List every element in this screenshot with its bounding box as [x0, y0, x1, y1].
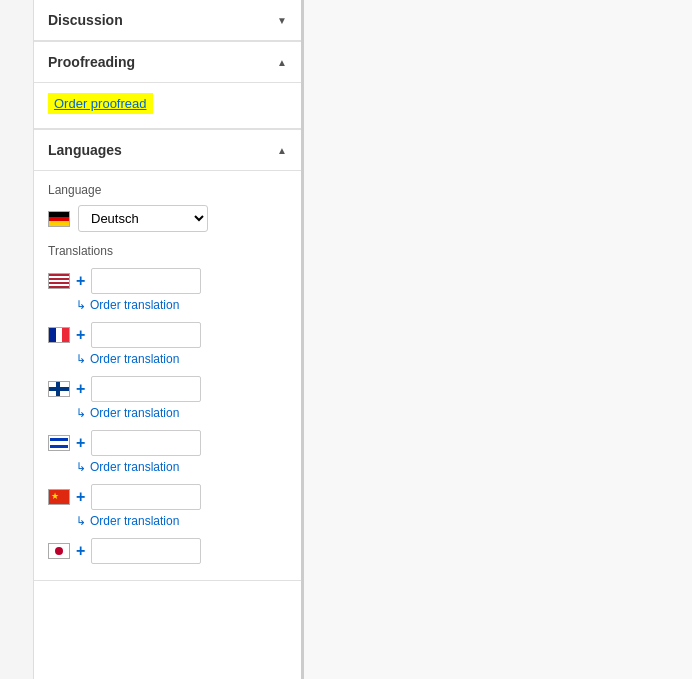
cn-translation-input[interactable]	[91, 484, 201, 510]
order-translation-row-us: ↳ Order translation	[76, 298, 287, 312]
flag-us-icon	[48, 273, 70, 289]
subdirectory-arrow-icon-fr: ↳	[76, 352, 86, 366]
order-proofread-link[interactable]: Order proofread	[48, 93, 153, 114]
translation-item-jp: +	[48, 538, 287, 564]
flag-jp-icon	[48, 543, 70, 559]
proofreading-header[interactable]: Proofreading ▲	[34, 42, 301, 83]
translation-row-jp: +	[48, 538, 287, 564]
discussion-section: Discussion ▼	[34, 0, 301, 42]
languages-title: Languages	[48, 142, 122, 158]
add-il-translation-button[interactable]: +	[76, 435, 85, 451]
order-translation-link-fr[interactable]: Order translation	[90, 352, 179, 366]
order-translation-link-cn[interactable]: Order translation	[90, 514, 179, 528]
language-select[interactable]: Deutsch English Français	[78, 205, 208, 232]
jp-translation-input[interactable]	[91, 538, 201, 564]
proofreading-content: Order proofread	[34, 83, 301, 129]
flag-fi-icon	[48, 381, 70, 397]
translation-item-fi: + ↳ Order translation	[48, 376, 287, 420]
translations-label: Translations	[48, 244, 287, 258]
languages-arrow-icon: ▲	[277, 145, 287, 156]
languages-header[interactable]: Languages ▲	[34, 130, 301, 171]
il-translation-input[interactable]	[91, 430, 201, 456]
fr-translation-input[interactable]	[91, 322, 201, 348]
fi-translation-input[interactable]	[91, 376, 201, 402]
order-translation-link-fi[interactable]: Order translation	[90, 406, 179, 420]
translation-item-il: + ↳ Order translation	[48, 430, 287, 474]
add-jp-translation-button[interactable]: +	[76, 543, 85, 559]
proofreading-section: Proofreading ▲ Order proofread	[34, 42, 301, 130]
order-translation-row-cn: ↳ Order translation	[76, 514, 287, 528]
flag-il-icon	[48, 435, 70, 451]
order-translation-row-fi: ↳ Order translation	[76, 406, 287, 420]
flag-de-icon	[48, 211, 70, 227]
add-us-translation-button[interactable]: +	[76, 273, 85, 289]
languages-content: Language Deutsch English Français Transl…	[34, 171, 301, 580]
language-label: Language	[48, 183, 287, 197]
subdirectory-arrow-icon-fi: ↳	[76, 406, 86, 420]
discussion-header[interactable]: Discussion ▼	[34, 0, 301, 41]
subdirectory-arrow-icon-il: ↳	[76, 460, 86, 474]
discussion-title: Discussion	[48, 12, 123, 28]
order-translation-row-il: ↳ Order translation	[76, 460, 287, 474]
sidebar: Discussion ▼ Proofreading ▲ Order proofr…	[34, 0, 304, 679]
translation-row-fr: +	[48, 322, 287, 348]
right-area	[304, 0, 692, 679]
translation-item-us: + ↳ Order translation	[48, 268, 287, 312]
translation-row-cn: ★ +	[48, 484, 287, 510]
translation-row-il: +	[48, 430, 287, 456]
order-translation-link-il[interactable]: Order translation	[90, 460, 179, 474]
discussion-arrow-icon: ▼	[277, 15, 287, 26]
add-fr-translation-button[interactable]: +	[76, 327, 85, 343]
order-translation-link-us[interactable]: Order translation	[90, 298, 179, 312]
left-gutter	[0, 0, 34, 679]
proofreading-title: Proofreading	[48, 54, 135, 70]
languages-section: Languages ▲ Language Deutsch English Fra…	[34, 130, 301, 581]
subdirectory-arrow-icon-us: ↳	[76, 298, 86, 312]
proofreading-arrow-icon: ▲	[277, 57, 287, 68]
us-translation-input[interactable]	[91, 268, 201, 294]
add-fi-translation-button[interactable]: +	[76, 381, 85, 397]
translation-item-fr: + ↳ Order translation	[48, 322, 287, 366]
translation-item-cn: ★ + ↳ Order translation	[48, 484, 287, 528]
add-cn-translation-button[interactable]: +	[76, 489, 85, 505]
flag-cn-icon: ★	[48, 489, 70, 505]
translation-row-us: +	[48, 268, 287, 294]
language-row: Deutsch English Français	[48, 205, 287, 232]
subdirectory-arrow-icon-cn: ↳	[76, 514, 86, 528]
translation-row-fi: +	[48, 376, 287, 402]
flag-fr-icon	[48, 327, 70, 343]
order-translation-row-fr: ↳ Order translation	[76, 352, 287, 366]
